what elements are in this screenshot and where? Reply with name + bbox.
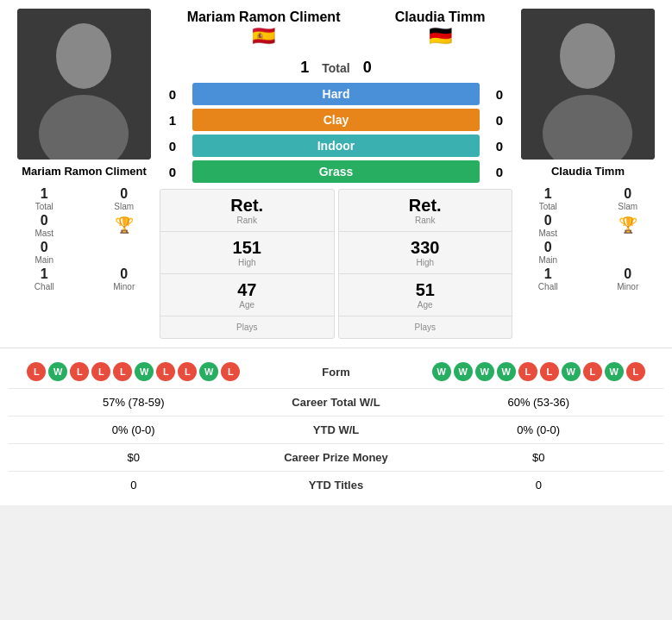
left-rank-row: Ret. Rank: [160, 190, 334, 232]
left-age-row: 47 Age: [160, 274, 334, 316]
left-stat-mast: 0 Mast: [9, 213, 80, 238]
right-player-stats: 1 Total 0 Slam 0 Mast 🏆 0 Main: [512, 186, 663, 291]
left-stat-slam: 0 Slam: [89, 186, 160, 211]
right-player-avatar: [521, 9, 655, 160]
left-high-row: 151 High: [160, 232, 334, 274]
stats-row: 57% (78-59)Career Total W/L60% (53-36): [9, 389, 663, 416]
stats-row-right: 0: [414, 479, 664, 492]
stats-row-left: $0: [9, 451, 259, 464]
right-age-row: 51 Age: [339, 274, 512, 316]
right-stat-main: 0 Main: [512, 240, 584, 265]
left-player-name: Mariam Ramon Climent: [22, 165, 146, 179]
right-stat-mast: 0 Mast: [512, 213, 584, 238]
stats-row-left: 0% (0-0): [9, 423, 259, 436]
right-stats-box: Ret. Rank 330 High 51 Age Plays: [338, 189, 513, 339]
main-container: Mariam Ramon Climent 1 Total 0 Slam 0 Ma…: [0, 0, 672, 505]
right-rank-row: Ret. Rank: [339, 190, 512, 232]
form-badge-right: W: [605, 362, 624, 381]
center-right-name: Claudia Timm 🇩🇪: [395, 9, 486, 47]
form-badge-left: L: [156, 362, 175, 381]
left-player-column: Mariam Ramon Climent 1 Total 0 Slam 0 Ma…: [9, 9, 160, 339]
left-stat-minor: 0 Minor: [89, 266, 160, 291]
form-badge-left: L: [113, 362, 132, 381]
trophy-icon-right: 🏆: [619, 216, 637, 235]
right-player-column: Claudia Timm 1 Total 0 Slam 0 Mast 🏆: [512, 9, 663, 339]
form-badge-left: W: [199, 362, 218, 381]
stats-row: 0YTD Titles0: [9, 472, 663, 498]
clay-row: 1 Clay 0: [160, 109, 512, 131]
total-row: 1 Total 0: [300, 55, 371, 80]
center-left-name: Mariam Ramon Climent 🇪🇸: [187, 9, 341, 47]
svg-point-4: [560, 23, 615, 89]
left-stat-total: 1 Total: [9, 186, 80, 211]
stats-boxes: Ret. Rank 151 High 47 Age Plays: [160, 189, 512, 339]
right-plays-row: Plays: [339, 316, 512, 338]
left-stat-chall: 1 Chall: [9, 266, 80, 291]
left-player-avatar: [17, 9, 151, 160]
form-badge-right: W: [562, 362, 581, 381]
form-badge-left: L: [70, 362, 89, 381]
stats-row: $0Career Prize Money$0: [9, 444, 663, 472]
form-badge-left: L: [178, 362, 197, 381]
indoor-row: 0 Indoor 0: [160, 135, 512, 157]
left-stat-main: 0 Main: [9, 240, 80, 265]
trophy-icon-left: 🏆: [115, 216, 134, 235]
form-badges-right: WWWWLLWLWL: [414, 362, 664, 381]
form-badge-right: L: [626, 362, 645, 381]
top-section: Mariam Ramon Climent 1 Total 0 Slam 0 Ma…: [0, 0, 672, 348]
hard-row: 0 Hard 0: [160, 83, 512, 105]
left-plays-row: Plays: [160, 316, 334, 338]
form-badge-left: L: [91, 362, 110, 381]
right-stat-chall: 1 Chall: [512, 266, 584, 291]
stats-row: 0% (0-0)YTD W/L0% (0-0): [9, 416, 663, 444]
form-badge-right: L: [583, 362, 602, 381]
grass-row: 0 Grass 0: [160, 160, 512, 183]
right-high-row: 330 High: [339, 232, 512, 274]
form-badge-right: W: [454, 362, 473, 381]
form-badge-right: L: [540, 362, 559, 381]
right-flag: 🇩🇪: [395, 25, 486, 47]
form-badge-right: W: [497, 362, 516, 381]
form-badge-left: W: [135, 362, 154, 381]
form-section: LWLLLWLLWL Form WWWWLLWLWL 57% (78-59)Ca…: [0, 348, 672, 505]
right-stat-total: 1 Total: [512, 186, 584, 211]
stats-row-right: $0: [414, 451, 664, 464]
stats-rows-container: 57% (78-59)Career Total W/L60% (53-36)0%…: [9, 389, 663, 498]
form-badge-right: W: [432, 362, 451, 381]
stats-row-right: 60% (53-36): [414, 396, 664, 409]
form-badge-right: L: [518, 362, 537, 381]
stats-row-left: 57% (78-59): [9, 396, 259, 409]
stats-row-label: YTD Titles: [259, 479, 414, 492]
form-badge-left: L: [221, 362, 240, 381]
form-badges-left: LWLLLWLLWL: [9, 362, 259, 381]
stats-row-right: 0% (0-0): [414, 423, 664, 436]
center-column: Mariam Ramon Climent 🇪🇸 Claudia Timm 🇩🇪 …: [160, 9, 512, 339]
svg-point-1: [56, 23, 111, 89]
right-player-name: Claudia Timm: [551, 165, 625, 179]
surface-rows: 0 Hard 0 1 Clay 0 0 Indoor 0 0 Grass: [160, 83, 512, 183]
form-row: LWLLLWLLWL Form WWWWLLWLWL: [9, 355, 663, 389]
form-label: Form: [259, 366, 414, 379]
left-player-stats: 1 Total 0 Slam 0 Mast 🏆 0 Main: [9, 186, 160, 291]
form-badge-right: W: [475, 362, 494, 381]
left-stats-box: Ret. Rank 151 High 47 Age Plays: [160, 189, 335, 339]
stats-row-label: Career Prize Money: [259, 451, 414, 464]
form-badge-left: W: [48, 362, 67, 381]
form-badge-left: L: [27, 362, 46, 381]
right-stat-slam: 0 Slam: [593, 186, 664, 211]
stats-row-left: 0: [9, 479, 259, 492]
right-stat-minor: 0 Minor: [593, 266, 664, 291]
stats-row-label: Career Total W/L: [259, 396, 414, 409]
stats-row-label: YTD W/L: [259, 423, 414, 436]
left-flag: 🇪🇸: [187, 25, 341, 47]
